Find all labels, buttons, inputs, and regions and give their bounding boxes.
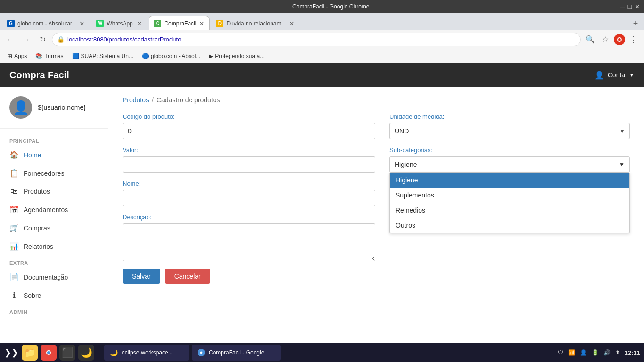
save-button[interactable]: Salvar xyxy=(123,269,160,284)
codigo-input[interactable] xyxy=(123,123,375,139)
svg-point-2 xyxy=(47,351,50,354)
sidebar-item-compras[interactable]: 🛒 Compras xyxy=(0,219,108,237)
account-menu[interactable]: 👤 Conta ▼ xyxy=(594,71,635,80)
home-icon: 🏠 xyxy=(9,150,19,159)
tab-bar: Gglobo.com - Absolutar...✕WWhatsApp✕CCom… xyxy=(0,13,644,30)
fornecedores-icon: 📋 xyxy=(9,169,19,178)
sidebar-username: ${usuario.nome} xyxy=(38,104,86,111)
nome-group: Nome: xyxy=(123,180,375,206)
chrome-window-label: CompraFacil - Google Chrome xyxy=(209,349,275,356)
subcategoria-selected[interactable]: Higiene ▼ xyxy=(389,156,630,173)
reload-button[interactable]: ↻ xyxy=(36,33,49,46)
sidebar-item-documentacao[interactable]: 📄 Documentação xyxy=(0,268,108,286)
search-icon-button[interactable]: 🔍 xyxy=(584,33,597,46)
duvida-favicon: D xyxy=(216,20,223,27)
lock-icon: 🔒 xyxy=(57,36,65,43)
subcategoria-option-suplementos[interactable]: Suplementos xyxy=(390,188,629,203)
codigo-group: Código do produto: xyxy=(123,113,375,139)
relatorios-icon: 📊 xyxy=(9,242,19,251)
taskbar-active-eclipse[interactable]: 🌙 eclipse-workspace - comprafacil/sr... xyxy=(104,345,189,361)
globo-label: globo.com - Absol... xyxy=(151,53,200,59)
taskbar-active-chrome[interactable]: CompraFacil - Google Chrome xyxy=(192,345,281,361)
taskbar-separator xyxy=(99,347,99,358)
sidebar-item-relatorios[interactable]: 📊 Relatórios xyxy=(0,237,108,255)
duvida-close-button[interactable]: ✕ xyxy=(289,20,295,27)
suap-icon: 🟦 xyxy=(72,53,79,59)
taskbar-files-app[interactable]: 📁 xyxy=(22,345,38,361)
globo-close-button[interactable]: ✕ xyxy=(79,20,85,27)
subcategoria-selected-text: Higiene xyxy=(395,161,417,168)
sidebar-item-fornecedores[interactable]: 📋 Fornecedores xyxy=(0,164,108,182)
descricao-textarea[interactable] xyxy=(123,223,375,261)
whatsapp-favicon: W xyxy=(96,20,104,27)
breadcrumb-current: Cadastro de produtos xyxy=(157,96,220,104)
sidebar-item-home[interactable]: 🏠 Home xyxy=(0,146,108,164)
app-brand: Compra Facil xyxy=(9,70,69,81)
comprafacil-tab-label: CompraFacil xyxy=(164,20,196,27)
subcategoria-option-higiene[interactable]: Higiene xyxy=(390,173,629,188)
account-label: Conta xyxy=(608,71,625,79)
account-dropdown-arrow: ▼ xyxy=(629,72,635,78)
subcategoria-option-remedios[interactable]: Remedios xyxy=(390,203,629,218)
compras-label: Compras xyxy=(24,224,50,232)
opera-icon[interactable]: O xyxy=(614,34,625,45)
maximize-icon[interactable]: □ xyxy=(628,3,632,10)
subcategoria-group: Sub-categorias: Higiene ▼ Higiene Suplem… xyxy=(389,147,630,173)
apps-grid-icon: ⊞ xyxy=(8,53,12,59)
button-row: Salvar Cancelar xyxy=(123,269,375,284)
sidebar-item-produtos[interactable]: 🛍 Produtos xyxy=(0,182,108,200)
sobre-label: Sobre xyxy=(24,292,41,299)
bookmark-turmas[interactable]: 📚 Turmas xyxy=(32,51,67,61)
tab-globo[interactable]: Gglobo.com - Absolutar...✕ xyxy=(2,16,90,30)
sidebar-item-sobre[interactable]: ℹ Sobre xyxy=(0,286,108,304)
taskbar-chrome-app[interactable] xyxy=(41,345,57,361)
browser-toolbar: ← → ↻ 🔒 localhost:8080/produtos/cadastra… xyxy=(0,30,644,49)
address-bar[interactable]: 🔒 localhost:8080/produtos/cadastrarProdu… xyxy=(52,33,581,46)
close-icon[interactable]: ✕ xyxy=(635,3,640,10)
unidade-select[interactable]: UND KG L CX xyxy=(389,123,630,139)
taskbar-terminal-app[interactable]: ⬛ xyxy=(59,345,75,361)
comprafacil-close-button[interactable]: ✕ xyxy=(199,20,205,27)
subcategoria-option-outros[interactable]: Outros xyxy=(390,218,629,233)
tab-duvida[interactable]: DDuvida no relacionam...✕ xyxy=(211,16,299,30)
bookmarks-bar: ⊞ Apps 📚 Turmas 🟦 SUAP: Sistema Un... 🔵 … xyxy=(0,49,644,63)
person-icon: 👤 xyxy=(594,71,604,80)
bookmark-globo[interactable]: 🔵 globo.com - Absol... xyxy=(138,51,204,61)
volume-icon: 🔊 xyxy=(603,349,611,356)
forward-button[interactable]: → xyxy=(20,33,33,46)
suap-label: SUAP: Sistema Un... xyxy=(81,53,133,59)
os-title: CompraFacil - Google Chrome xyxy=(41,3,620,10)
descricao-label: Descrição: xyxy=(123,214,375,221)
tab-comprafacil[interactable]: CCompraFacil✕ xyxy=(149,16,210,30)
valor-input[interactable] xyxy=(123,156,375,173)
new-tab-button[interactable]: + xyxy=(629,17,642,30)
turmas-icon: 📚 xyxy=(35,53,42,59)
bookmark-apps[interactable]: ⊞ Apps xyxy=(4,51,31,61)
form-left: Código do produto: Valor: Nome: Descriçã… xyxy=(123,113,375,284)
taskbar-start-button[interactable]: ❯❯ xyxy=(4,345,19,360)
minimize-icon[interactable]: ─ xyxy=(620,3,625,10)
whatsapp-close-button[interactable]: ✕ xyxy=(137,20,142,27)
valor-group: Valor: xyxy=(123,147,375,173)
back-button[interactable]: ← xyxy=(4,33,17,46)
menu-button[interactable]: ⋮ xyxy=(627,33,640,46)
turmas-label: Turmas xyxy=(44,53,63,59)
main-content: 👤 ${usuario.nome} PRINCIPAL 🏠 Home 📋 For… xyxy=(0,87,644,362)
svg-point-4 xyxy=(200,352,203,354)
globo-favicon: G xyxy=(7,20,15,27)
sidebar-item-agendamentos[interactable]: 📅 Agendamentos xyxy=(0,200,108,219)
chrome-icon xyxy=(44,348,53,357)
bookmark-youtube[interactable]: ▶ Protegendo sua a... xyxy=(205,51,268,61)
documentacao-icon: 📄 xyxy=(9,272,19,281)
taskbar-eclipse-app[interactable]: 🌙 xyxy=(78,345,94,361)
nome-input[interactable] xyxy=(123,190,375,206)
breadcrumb: Produtos / Cadastro de produtos xyxy=(123,96,630,104)
bookmark-star-button[interactable]: ☆ xyxy=(599,33,612,46)
unidade-group: Unidade de medida: UND KG L CX ▼ xyxy=(389,113,630,139)
breadcrumb-link-produtos[interactable]: Produtos xyxy=(123,96,149,104)
shield-icon: 🛡 xyxy=(558,349,563,356)
cancel-button[interactable]: Cancelar xyxy=(165,269,210,284)
tab-whatsapp[interactable]: WWhatsApp✕ xyxy=(91,16,148,30)
bookmark-suap[interactable]: 🟦 SUAP: Sistema Un... xyxy=(68,51,137,61)
unidade-select-wrapper: UND KG L CX ▼ xyxy=(389,123,630,139)
